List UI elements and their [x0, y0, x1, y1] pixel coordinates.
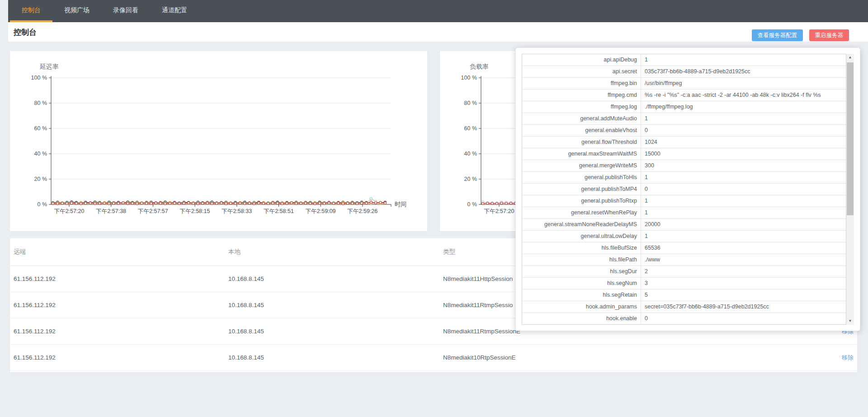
config-row: hls.filePath./www [522, 254, 846, 266]
config-row: general.flowThreshold1024 [522, 137, 846, 148]
config-row: general.publishToMP40 [522, 184, 846, 195]
remove-link[interactable]: 移除 [842, 354, 854, 361]
config-value: %s -re -i "%s" -c:a aac -strict -2 -ar 4… [641, 90, 846, 101]
config-value: 0 [641, 184, 846, 195]
latency-chart-card: 延迟率100 %80 %60 %40 %20 %0 %下午2:57:20下午2:… [10, 51, 427, 231]
config-row: hook.admin_paramssecret=035c73f7-bb6b-48… [522, 301, 846, 313]
config-value: 15000 [641, 148, 846, 160]
config-row: hook.enable0 [522, 313, 846, 325]
config-row: general.publishToHls1 [522, 172, 846, 184]
config-row: ffmpeg.log./ffmpeg/ffmpeg.log [522, 101, 846, 113]
svg-text:下午2:58:51: 下午2:58:51 [264, 208, 294, 214]
config-key: hook.enable [522, 313, 641, 325]
config-value: /usr/bin/ffmpeg [641, 78, 846, 89]
config-value: secret=035c73f7-bb6b-4889-a715-d9eb2d192… [641, 301, 846, 313]
page-title: 控制台 [14, 27, 37, 38]
config-row: api.apiDebug1 [522, 54, 846, 66]
config-value: 1024 [641, 137, 846, 148]
config-value: 20000 [641, 219, 846, 230]
config-scrollbar[interactable]: ▲ ▼ [846, 54, 854, 325]
config-value: ./www [641, 254, 846, 265]
config-row: hls.segRetain5 [522, 289, 846, 301]
svg-text:20 %: 20 % [464, 176, 477, 182]
svg-text:下午2:57:38: 下午2:57:38 [96, 208, 126, 214]
config-key: hook.admin_params [522, 301, 641, 313]
svg-text:下午2:59:09: 下午2:59:09 [306, 208, 336, 214]
svg-text:0 %: 0 % [467, 201, 477, 208]
config-key: hls.filePath [522, 254, 641, 265]
cell-local: 10.168.8.145 [225, 302, 439, 308]
cell-local: 10.168.8.145 [225, 328, 439, 335]
svg-text:0 %: 0 % [37, 201, 47, 208]
config-value: 1 [641, 54, 846, 66]
config-row: hls.segNum3 [522, 278, 846, 289]
config-value: 5 [641, 289, 846, 301]
server-config-panel: api.apiDebug1api.secret035c73f7-bb6b-488… [515, 47, 860, 331]
svg-text:80 %: 80 % [464, 100, 477, 106]
svg-text:下午2:58:33: 下午2:58:33 [222, 208, 252, 214]
config-value: 3 [641, 278, 846, 289]
config-key: hls.fileBufSize [522, 242, 641, 254]
config-key: ffmpeg.cmd [522, 90, 641, 101]
svg-text:下午2:57:20: 下午2:57:20 [54, 208, 85, 214]
config-value: 1 [641, 231, 846, 242]
svg-text:100 %: 100 % [31, 75, 47, 81]
config-key: hls.segNum [522, 278, 641, 289]
cell-type: N8mediakit10RtpSessionE [439, 354, 763, 361]
config-row: general.mergeWriteMS300 [522, 160, 846, 172]
config-key: general.addMuteAudio [522, 113, 641, 124]
scroll-down-icon[interactable]: ▼ [846, 317, 854, 325]
svg-text:40 %: 40 % [34, 151, 47, 157]
config-value: ./ffmpeg/ffmpeg.log [641, 101, 846, 113]
svg-text:下午2:57:57: 下午2:57:57 [138, 208, 168, 214]
config-value: 0 [641, 313, 846, 325]
config-value: 1 [641, 172, 846, 183]
config-key: general.resetWhenRePlay [522, 207, 641, 218]
restart-server-button[interactable]: 重启服务器 [809, 29, 849, 41]
svg-text:时间: 时间 [395, 201, 406, 208]
page-header: 控制台 查看服务器配置 重启服务器 [8, 22, 868, 42]
config-value: 2 [641, 266, 846, 277]
config-row: ffmpeg.bin/usr/bin/ffmpeg [522, 78, 846, 90]
config-key: general.flowThreshold [522, 137, 641, 148]
view-server-config-button[interactable]: 查看服务器配置 [752, 29, 803, 41]
config-key: general.publishToMP4 [522, 184, 641, 195]
config-value: 1 [641, 195, 846, 207]
config-key: ffmpeg.bin [522, 78, 641, 89]
config-key: general.enableVhost [522, 125, 641, 136]
config-key: general.publishToRtxp [522, 195, 641, 207]
config-row: hls.fileBufSize65536 [522, 242, 846, 254]
config-row: ffmpeg.cmd%s -re -i "%s" -c:a aac -stric… [522, 90, 846, 101]
svg-text:40 %: 40 % [464, 151, 477, 157]
config-key: general.maxStreamWaitMS [522, 148, 641, 160]
server-config-table: api.apiDebug1api.secret035c73f7-bb6b-488… [522, 54, 846, 325]
config-value: 035c73f7-bb6b-4889-a715-d9eb2d1925cc [641, 66, 846, 77]
config-row: api.secret035c73f7-bb6b-4889-a715-d9eb2d… [522, 66, 846, 78]
config-key: general.streamNoneReaderDelayMS [522, 219, 641, 230]
svg-text:下午2:59:26: 下午2:59:26 [348, 208, 378, 214]
table-row: 61.156.112.19210.168.8.145N8mediakit10Rt… [10, 345, 857, 371]
svg-text:20 %: 20 % [34, 176, 47, 182]
top-navbar: 控制台视频广场录像回看通道配置 [8, 0, 868, 22]
svg-text:100 %: 100 % [461, 75, 477, 81]
nav-tab-1[interactable]: 视频广场 [52, 0, 101, 22]
nav-tab-0[interactable]: 控制台 [10, 0, 52, 22]
scroll-up-icon[interactable]: ▲ [846, 54, 854, 61]
config-key: api.apiDebug [522, 54, 641, 66]
config-row: general.streamNoneReaderDelayMS20000 [522, 219, 846, 231]
nav-tab-3[interactable]: 通道配置 [150, 0, 199, 22]
cell-remote: 61.156.112.192 [10, 275, 225, 282]
config-row: hls.segDur2 [522, 266, 846, 278]
cell-local: 10.168.8.145 [225, 275, 439, 282]
config-row: general.addMuteAudio1 [522, 113, 846, 125]
config-value: 1 [641, 207, 846, 218]
config-key: hls.segDur [522, 266, 641, 277]
svg-text:60 %: 60 % [464, 125, 477, 132]
config-key: general.mergeWriteMS [522, 160, 641, 171]
config-key: general.publishToHls [522, 172, 641, 183]
svg-text:延迟率: 延迟率 [39, 63, 59, 70]
nav-tab-2[interactable]: 录像回看 [101, 0, 150, 22]
scrollbar-thumb[interactable] [847, 62, 854, 215]
config-value: 300 [641, 160, 846, 171]
cell-local: 10.168.8.145 [225, 354, 439, 361]
